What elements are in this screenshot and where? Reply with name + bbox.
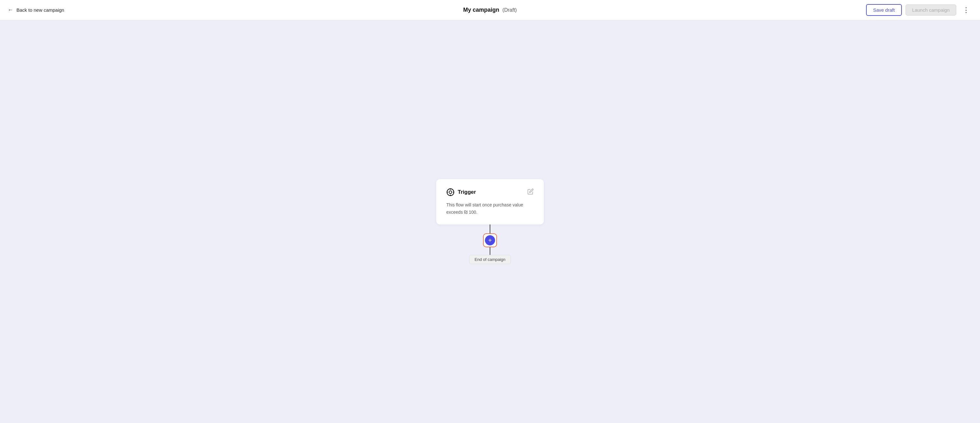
app-header: ← Back to new campaign My campaign (Draf… xyxy=(0,0,980,20)
add-step-button[interactable]: + xyxy=(483,233,497,247)
back-arrow-icon: ← xyxy=(8,6,13,13)
svg-point-1 xyxy=(449,191,452,194)
more-options-button[interactable]: ⋮ xyxy=(960,5,972,16)
campaign-title: My campaign xyxy=(463,6,499,13)
launch-campaign-button: Launch campaign xyxy=(905,5,956,16)
trigger-card-header: Trigger xyxy=(446,188,534,196)
trigger-icon xyxy=(446,188,455,196)
edit-trigger-icon[interactable] xyxy=(527,188,534,196)
end-of-campaign-label: End of campaign xyxy=(469,255,511,264)
back-button[interactable]: ← Back to new campaign xyxy=(8,6,64,13)
back-label: Back to new campaign xyxy=(16,7,64,13)
header-center: My campaign (Draft) xyxy=(463,6,517,13)
flow-container: Trigger This flow will start once purcha… xyxy=(436,179,544,264)
header-actions: Save draft Launch campaign ⋮ xyxy=(866,4,972,16)
trigger-description: This flow will start once purchase value… xyxy=(446,201,534,216)
draft-status-badge: (Draft) xyxy=(502,7,517,13)
campaign-canvas: Trigger This flow will start once purcha… xyxy=(0,20,980,423)
save-draft-button[interactable]: Save draft xyxy=(866,4,902,16)
trigger-title: Trigger xyxy=(458,189,476,196)
connector-line-top xyxy=(490,224,490,233)
trigger-card: Trigger This flow will start once purcha… xyxy=(436,179,544,224)
connector-line-bottom xyxy=(490,247,490,255)
trigger-title-group: Trigger xyxy=(446,188,476,196)
add-step-icon: + xyxy=(485,235,495,245)
